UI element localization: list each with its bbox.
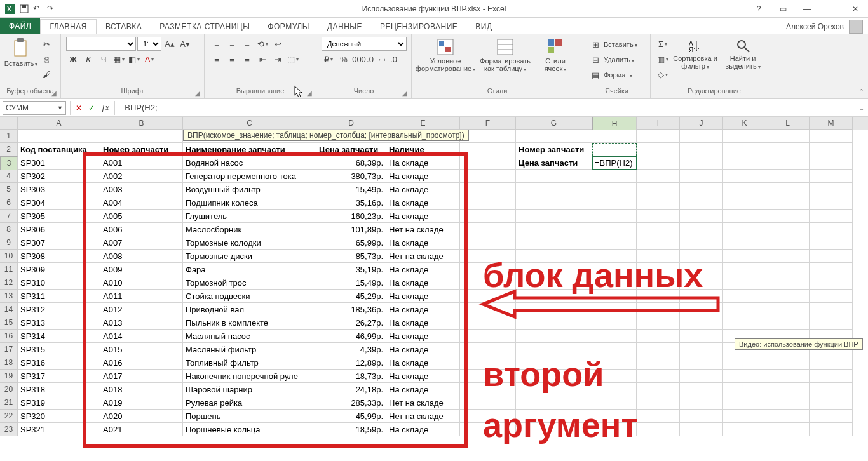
col-header-I[interactable]: I: [637, 117, 680, 130]
cell[interactable]: Масляный фильтр: [183, 343, 316, 356]
number-launcher-icon[interactable]: ◢: [402, 90, 410, 97]
cell[interactable]: На складе: [386, 383, 460, 396]
cell[interactable]: Цена запчасти: [316, 143, 386, 156]
cell[interactable]: Топливный фильтр: [183, 356, 316, 370]
cell[interactable]: SP315: [18, 343, 100, 356]
cell[interactable]: [810, 183, 853, 196]
cell[interactable]: Водяной насос: [183, 156, 316, 170]
cell[interactable]: SP319: [18, 396, 100, 410]
cell[interactable]: SP301: [18, 156, 100, 170]
cell[interactable]: [18, 130, 100, 143]
tab-insert[interactable]: ВСТАВКА: [97, 20, 151, 34]
row-header[interactable]: 16: [0, 330, 18, 343]
grow-font-icon[interactable]: A▴: [163, 37, 177, 51]
row-header[interactable]: 18: [0, 356, 18, 370]
font-family-select[interactable]: [66, 37, 136, 51]
cell[interactable]: [516, 170, 592, 183]
tab-review[interactable]: РЕЦЕНЗИРОВАНИЕ: [371, 20, 466, 34]
cell[interactable]: [766, 276, 810, 290]
row-header[interactable]: 14: [0, 303, 18, 316]
cell[interactable]: 65,99р.: [316, 236, 386, 250]
cell[interactable]: Поршневые кольца: [183, 423, 316, 436]
cell[interactable]: [637, 410, 680, 423]
cell[interactable]: [766, 396, 810, 410]
cell[interactable]: A018: [100, 383, 183, 396]
col-header-H[interactable]: H: [592, 117, 637, 131]
cell[interactable]: A004: [100, 196, 183, 210]
cell[interactable]: A021: [100, 423, 183, 436]
cell[interactable]: [723, 290, 766, 303]
cell[interactable]: На складе: [386, 290, 460, 303]
row-header[interactable]: 7: [0, 210, 18, 223]
cell[interactable]: 24,18р.: [316, 383, 386, 396]
row-header[interactable]: 10: [0, 250, 18, 263]
cell[interactable]: [810, 396, 853, 410]
col-header-L[interactable]: L: [766, 117, 810, 130]
save-icon[interactable]: [19, 4, 29, 14]
align-launcher-icon[interactable]: ◢: [307, 90, 315, 97]
cell[interactable]: Воздушный фильтр: [183, 183, 316, 196]
cell[interactable]: A014: [100, 330, 183, 343]
cell[interactable]: [723, 303, 766, 316]
cell[interactable]: 4,39р.: [316, 343, 386, 356]
cell[interactable]: Подшипник колеса: [183, 196, 316, 210]
namebox-dropdown-icon[interactable]: ▼: [57, 105, 63, 111]
spreadsheet-grid[interactable]: A B C D E F G H I J K L M ВПР(искомое_зн…: [0, 117, 868, 436]
cell[interactable]: [516, 343, 592, 356]
cell[interactable]: SP308: [18, 250, 100, 263]
cell[interactable]: [810, 410, 853, 423]
cell[interactable]: [637, 236, 680, 250]
cell[interactable]: [810, 356, 853, 370]
cell[interactable]: [810, 383, 853, 396]
cell[interactable]: A001: [100, 156, 183, 170]
cell-styles-button[interactable]: Стили ячеек: [536, 37, 574, 73]
cell[interactable]: На складе: [386, 370, 460, 383]
cell[interactable]: [592, 210, 637, 223]
row-header[interactable]: 21: [0, 396, 18, 410]
cell[interactable]: A017: [100, 370, 183, 383]
cell[interactable]: [810, 276, 853, 290]
autosum-icon[interactable]: Σ: [656, 37, 670, 51]
format-cells-icon[interactable]: ▤: [588, 68, 602, 82]
cell[interactable]: На складе: [386, 330, 460, 343]
copy-icon[interactable]: ⎘: [39, 52, 53, 66]
col-header-F[interactable]: F: [460, 117, 516, 130]
align-top-icon[interactable]: ≡: [210, 37, 224, 51]
wrap-text-icon[interactable]: ↩: [271, 37, 285, 51]
cell[interactable]: На складе: [386, 236, 460, 250]
cell[interactable]: [680, 370, 723, 383]
cell[interactable]: 15,49р.: [316, 183, 386, 196]
cell[interactable]: A002: [100, 170, 183, 183]
cell[interactable]: [723, 196, 766, 210]
cell[interactable]: 45,29р.: [316, 290, 386, 303]
cell[interactable]: [810, 303, 853, 316]
cell[interactable]: Глушитель: [183, 210, 316, 223]
borders-icon[interactable]: ▦: [112, 52, 126, 66]
cell[interactable]: SP313: [18, 316, 100, 330]
font-launcher-icon[interactable]: ◢: [195, 90, 203, 97]
cell[interactable]: A013: [100, 316, 183, 330]
orientation-icon[interactable]: ⟲: [255, 37, 269, 51]
cell[interactable]: На складе: [386, 423, 460, 436]
cell[interactable]: 35,19р.: [316, 263, 386, 276]
ribbon-options-icon[interactable]: ▭: [774, 3, 792, 15]
cell[interactable]: SP312: [18, 303, 100, 316]
cell[interactable]: [766, 316, 810, 330]
cell[interactable]: Наличие: [386, 143, 460, 156]
cell[interactable]: [810, 423, 853, 436]
cell[interactable]: 26,27р.: [316, 316, 386, 330]
comma-icon[interactable]: 000: [352, 52, 366, 66]
cell[interactable]: [516, 236, 592, 250]
row-header[interactable]: 19: [0, 370, 18, 383]
row-header[interactable]: 23: [0, 423, 18, 436]
cell[interactable]: [460, 223, 516, 236]
cell[interactable]: [723, 383, 766, 396]
cell[interactable]: A020: [100, 410, 183, 423]
cell[interactable]: [723, 223, 766, 236]
conditional-formatting-button[interactable]: Условное форматирование: [417, 37, 474, 73]
font-color-icon[interactable]: А: [142, 52, 156, 66]
cell[interactable]: 35,16р.: [316, 196, 386, 210]
currency-icon[interactable]: ₽: [322, 52, 336, 66]
cell[interactable]: [723, 236, 766, 250]
cell[interactable]: [680, 143, 723, 156]
